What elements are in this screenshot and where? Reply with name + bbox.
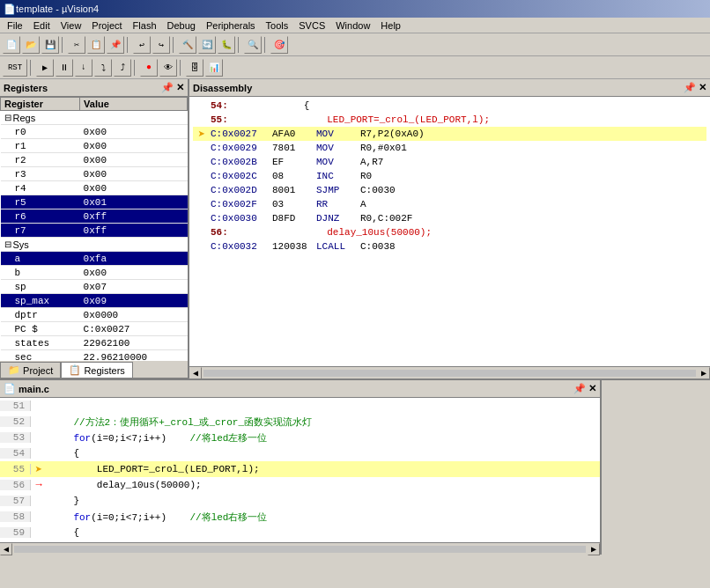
table-row: b0x00 — [1, 266, 188, 280]
pin-icon[interactable]: 📌 — [573, 383, 586, 394]
scrollbar-track[interactable] — [203, 370, 696, 377]
dbg-sep3 — [180, 60, 183, 76]
source-panel-header: 📄 main.c 📌 ✕ — [0, 380, 600, 398]
tab-registers[interactable]: 📋 Registers — [61, 362, 133, 378]
menu-item-debug[interactable]: Debug — [162, 20, 201, 31]
source-line: 54 { — [0, 445, 600, 461]
disassembly-panel: Disassembly 📌 ✕ 54: { 55: — [189, 79, 710, 379]
toolbar-1: 📄 📂 💾 ✂ 📋 📌 ↩ ↪ 🔨 🔄 🐛 🔍 🎯 — [0, 33, 710, 56]
source-line: 53 for(i=0;i<7;i++) //将led左移一位 — [0, 430, 600, 445]
table-row: r00x00 — [1, 125, 188, 139]
window-title: template - µVision4 — [16, 4, 99, 14]
mem-btn[interactable]: 🗄 — [186, 59, 203, 77]
title-icon: 📄 — [4, 4, 16, 15]
table-row: r20x00 — [1, 153, 188, 167]
pin-icon[interactable]: 📌 — [161, 82, 174, 93]
table-row: dptr0x0000 — [1, 308, 188, 322]
table-row: sec22.96210000 — [1, 350, 188, 362]
disasm-line: C:0x002B EF MOV A,R7 — [193, 155, 706, 169]
paste-btn[interactable]: 📌 — [107, 36, 124, 54]
src-scroll-right[interactable]: ▶ — [588, 543, 600, 555]
menu-item-svcs[interactable]: SVCS — [293, 20, 330, 31]
registers-content: Register Value ⊟Regs r00x00 r10x00 r20x0… — [0, 97, 188, 361]
menu-item-window[interactable]: Window — [330, 20, 375, 31]
table-row: r70xff — [1, 224, 188, 238]
disasm-line: C:0x002F 03 RR A — [193, 197, 706, 211]
sep3 — [173, 37, 176, 53]
sep4 — [238, 37, 241, 53]
rebuild-btn[interactable]: 🔄 — [198, 36, 216, 54]
title-bar: 📄 template - µVision4 — [0, 0, 710, 18]
sep1 — [62, 37, 65, 53]
save-btn[interactable]: 💾 — [41, 36, 59, 54]
sys-group[interactable]: ⊟Sys — [1, 238, 188, 252]
table-row: r40x00 — [1, 181, 188, 195]
stop-btn[interactable]: ⏸ — [55, 59, 73, 77]
registers-icons: 📌 ✕ — [161, 82, 184, 93]
disasm-line: C:0x0030 D8FD DJNZ R0,C:002F — [193, 211, 706, 225]
src-scroll-left[interactable]: ◀ — [0, 543, 12, 555]
cut-btn[interactable]: ✂ — [68, 36, 85, 54]
open-btn[interactable]: 📂 — [22, 36, 40, 54]
step-btn[interactable]: ↓ — [75, 59, 92, 77]
search-btn[interactable]: 🔍 — [244, 36, 262, 54]
menu-item-file[interactable]: File — [2, 20, 28, 31]
source-line: 57 } — [0, 493, 600, 509]
menu-item-flash[interactable]: Flash — [128, 20, 162, 31]
table-row: PC $C:0x0027 — [1, 322, 188, 336]
pin-icon[interactable]: 📌 — [684, 82, 696, 93]
source-line: 59 { — [0, 525, 600, 540]
table-row: r10x00 — [1, 139, 188, 153]
source-line: 58 for(i=0;i<7;i++) //将led右移一位 — [0, 509, 600, 525]
menu-item-tools[interactable]: Tools — [261, 20, 294, 31]
debug-btn[interactable]: 🐛 — [218, 36, 235, 54]
stepover-btn[interactable]: ⤵ — [94, 59, 112, 77]
source-file-name: main.c — [18, 384, 49, 394]
disasm-line: 55: LED_PORT=_crol_(LED_PORT,l); — [193, 113, 706, 127]
close-icon[interactable]: ✕ — [176, 82, 184, 93]
run-btn[interactable]: ▶ — [36, 59, 54, 77]
disassembly-content: 54: { 55: LED_PORT=_crol_(LED_PORT,l); ➤… — [189, 97, 710, 366]
tab-project[interactable]: 📁 Project — [0, 362, 61, 378]
source-file-icon: 📄 — [4, 383, 16, 394]
toolbar-debug: RST ▶ ⏸ ↓ ⤵ ⤴ ● 👁 🗄 📊 — [0, 56, 710, 79]
build-btn[interactable]: 🔨 — [179, 36, 196, 54]
stepout-btn[interactable]: ⤴ — [114, 59, 131, 77]
disasm-line: 56: delay_10us(50000); — [193, 225, 706, 239]
regs-group[interactable]: ⊟Regs — [1, 111, 188, 125]
menu-item-edit[interactable]: Edit — [28, 20, 55, 31]
dbg-sep2 — [134, 60, 137, 76]
new-btn[interactable]: 📄 — [3, 36, 20, 54]
disasm-line: C:0x002C 08 INC R0 — [193, 169, 706, 183]
table-row: states22962100 — [1, 336, 188, 350]
watch-btn[interactable]: 👁 — [159, 59, 177, 77]
disassembly-header: Disassembly 📌 ✕ — [189, 79, 710, 97]
source-line: 51 — [0, 398, 600, 414]
menu-item-view[interactable]: View — [55, 20, 87, 31]
disasm-line: ➤ C:0x0027 AFA0 MOV R7,P2(0xA0) — [193, 127, 706, 141]
close-icon[interactable]: ✕ — [699, 82, 706, 93]
target-btn[interactable]: 🎯 — [270, 36, 288, 54]
table-row: r60xff — [1, 209, 188, 224]
source-scrollbar[interactable]: ◀ ▶ — [0, 542, 600, 555]
close-icon[interactable]: ✕ — [588, 383, 596, 394]
scroll-right-btn[interactable]: ▶ — [698, 367, 710, 379]
menu-item-peripherals[interactable]: Peripherals — [201, 20, 261, 31]
scroll-left-btn[interactable]: ◀ — [189, 367, 202, 379]
table-row: r30x00 — [1, 167, 188, 181]
undo-btn[interactable]: ↩ — [133, 36, 151, 54]
disasm-scrollbar[interactable]: ◀ ▶ — [189, 366, 710, 379]
menu-item-project[interactable]: Project — [86, 20, 127, 31]
reg-col-header: Register — [1, 98, 80, 111]
copy-btn[interactable]: 📋 — [87, 36, 105, 54]
redo-btn[interactable]: ↪ — [152, 36, 170, 54]
bottom-tabs: 📁 Project 📋 Registers — [0, 361, 188, 379]
table-row: sp_max0x09 — [1, 294, 188, 308]
src-scrolltrack[interactable] — [14, 546, 586, 553]
main-layout: Registers 📌 ✕ Register Value — [0, 79, 710, 588]
reset-btn[interactable]: RST — [3, 59, 27, 77]
breakpt-btn[interactable]: ● — [140, 59, 158, 77]
menu-item-help[interactable]: Help — [375, 20, 406, 31]
perf-btn[interactable]: 📊 — [205, 59, 223, 77]
sep2 — [127, 37, 130, 53]
